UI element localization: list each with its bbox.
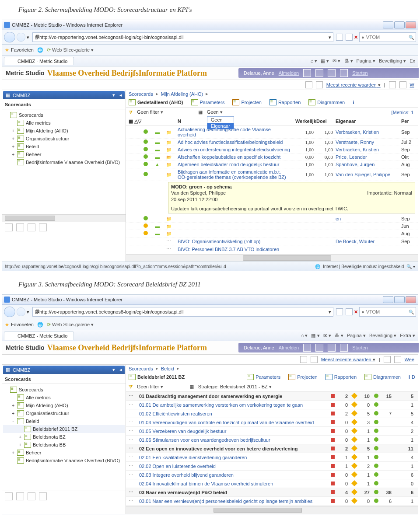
scorecard-section-row[interactable]: 01 Daadkrachtig management door samenwer… [126,392,418,401]
scorecard-row[interactable]: 01.04 Vereenvoudigen van controle en toe… [126,418,418,427]
recent-values-dropdown[interactable]: Meest recente waarden [326,82,381,88]
row-name[interactable]: 03 Naar een vernieuw(en)d P&O beleid [139,490,328,495]
tab-rapporten[interactable]: Rapporten [270,99,301,105]
search-box[interactable]: ● VTOM [359,307,416,317]
suggested-sites-icon[interactable]: 🌐 [37,47,43,53]
dropdown-option-geen[interactable]: Geen [207,117,234,123]
nav-history-dropdown[interactable]: ▾ [27,35,31,40]
row-menu-icon[interactable] [129,489,139,495]
stop-icon[interactable]: ✕ [354,309,358,315]
row-name[interactable]: 02.02 Open en luisterende overheid [139,464,328,469]
row-menu-icon[interactable] [129,437,139,443]
crumb-scorecards[interactable]: Scorecards [129,91,153,97]
tree-node[interactable]: +Beheer [3,449,125,457]
nav-history-dropdown[interactable]: ▾ [27,309,31,315]
safety-menu[interactable]: Beveiliging [369,333,396,339]
favorites-button[interactable]: Favorieten [5,47,34,53]
print-icon[interactable] [389,81,396,88]
web-slice-gallery[interactable]: Web Slice-galerie ▾ [47,47,94,53]
export-icon[interactable] [399,81,406,88]
nav-back-button[interactable] [4,32,15,42]
tree-node[interactable]: Alle metrics [3,394,125,401]
search-box[interactable]: ● VTOM [359,32,416,42]
metric-row[interactable]: Actualisering deontologische code Vlaams… [126,126,418,139]
compat-view-icon[interactable] [336,308,343,315]
tree-h-scrollbar[interactable] [2,214,126,222]
col-status-icon[interactable]: ▦ △▽ [129,119,144,124]
row-menu-icon[interactable] [129,402,139,408]
package-dropdown-icon[interactable] [112,92,115,98]
expand-icon[interactable]: + [11,152,15,157]
addr-dropdown-icon[interactable]: ▾ [329,35,331,40]
scorecard-row[interactable]: 02.02 Open en luisterende overheid121 [126,462,418,471]
tree-node[interactable]: Bedrijfsinformatie Vlaamse Overheid (BIV… [3,158,125,166]
row-name[interactable]: 02 Een open en innovatieve overheid voor… [139,446,328,451]
web-slice-gallery[interactable]: Web Slice-galerie ▾ [47,322,94,328]
row-name[interactable]: 01.06 Stimulansen voor een waardengedrev… [139,437,328,443]
metric-owner[interactable]: Price, Leander [336,154,401,160]
tool-icon-1[interactable] [5,492,13,500]
metric-row[interactable]: Algemeen beleidskader rond deugdelijk be… [126,161,418,168]
tab-rapporten[interactable]: Rapporten [326,374,357,380]
print-button[interactable]: 🖶 [344,58,353,64]
crumb-beleid[interactable]: Beleid [161,366,175,371]
dropdown-option-eigenaar[interactable]: Eigenaar [207,123,234,129]
tab-projecten[interactable]: Projecten [232,99,261,105]
expand-icon[interactable]: + [18,434,22,440]
tab-beleidsbrief[interactable]: Beleidsbrief 2011 BZ [129,374,185,380]
tree-node[interactable]: Beleidsbrief 2011 BZ [3,425,125,433]
stop-icon[interactable]: ✕ [354,35,358,40]
browser-tab[interactable]: CMMBZ - Metric Studio [4,332,74,340]
address-bar[interactable]: 🗐 http://vo-rapportering.vonet.be/cognos… [32,307,333,317]
tree-node[interactable]: Scorecards [3,111,125,119]
page-menu[interactable]: Pagina [357,58,375,64]
help-icon[interactable] [340,344,348,352]
row-name[interactable]: 03.01 Naar een vernieuw(en)d personeelsb… [139,499,328,504]
metric-owner[interactable]: De Boeck, Wouter [336,239,401,244]
scorecard-row[interactable]: 01.02 Efficiëntiewinsten realiseren2575 [126,409,418,418]
scorecard-row[interactable]: 01.06 Stimulansen voor een waardengedrev… [126,436,418,444]
metric-owner[interactable]: Verbraeken, Kristien [336,129,401,135]
col-doel[interactable]: Doel [316,119,336,124]
filter-dropdown[interactable]: Geen filter [137,384,163,390]
prev-icon[interactable] [305,81,312,88]
col-werkelijk[interactable]: Werkelijk [290,119,316,124]
home-button[interactable]: ⌂ [311,58,318,64]
col-eigenaar[interactable]: Eigenaar [336,119,401,124]
calendar-icon[interactable] [316,81,323,88]
grid-h-scrollbar[interactable] [126,506,418,514]
row-menu-icon[interactable] [129,393,139,399]
scorecard-section-row[interactable]: 03 Naar een vernieuw(en)d P&O beleid4273… [126,488,418,497]
search-icon[interactable] [409,35,414,40]
grid-h-scrollbar[interactable] [126,254,418,262]
addr-dropdown-icon[interactable]: ▾ [329,309,331,315]
tool-icon-1[interactable] [5,223,13,231]
collapse-icon[interactable]: ◂ [119,367,122,373]
scorecard-row[interactable]: 01.01 De ambtelijke samenwerking verster… [126,401,418,409]
tool-icon-2[interactable] [16,223,24,231]
row-name[interactable]: 02.04 Innovatieklimaat binnen de Vlaamse… [139,481,328,486]
maximize-button[interactable] [394,296,405,303]
filter-dropdown[interactable]: Geen filter [137,109,163,115]
tab-diagrammen[interactable]: Diagrammen [308,99,345,105]
scorecard-row[interactable]: 02.04 Innovatieklimaat binnen de Vlaamse… [126,479,418,488]
row-menu-icon[interactable] [129,446,139,451]
tab-info[interactable]: i [353,100,354,105]
metric-row[interactable]: Aug [126,230,418,237]
nav-forward-button[interactable] [17,33,25,42]
prev-icon[interactable] [300,356,307,363]
tool-icon-3[interactable] [28,223,35,231]
tab-parameters[interactable]: Parameters [247,374,280,380]
crumb-scorecards[interactable]: Scorecards [129,366,153,371]
nav-forward-button[interactable] [17,307,25,316]
expand-icon[interactable]: + [11,128,15,133]
group-by-dropdown[interactable]: Geen Geen Eigenaar [207,109,223,115]
tab-gedetailleerd[interactable]: Gedetailleerd (AHO) [129,99,183,105]
crumb-afdeling[interactable]: Mijn Afdeling (AHO) [161,91,203,97]
search-icon[interactable] [303,344,311,352]
refresh-icon[interactable] [346,34,353,41]
metric-row[interactable]: Jun [126,223,418,230]
row-menu-icon[interactable] [129,419,139,425]
row-menu-icon[interactable] [129,498,139,504]
mail-button[interactable]: ✉ [323,333,331,339]
